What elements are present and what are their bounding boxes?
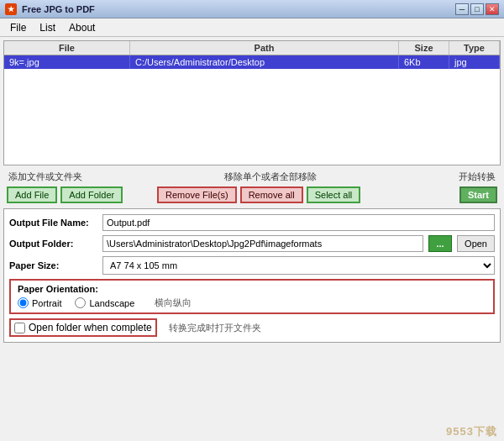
- portrait-radio[interactable]: [18, 297, 29, 308]
- browse-button[interactable]: ...: [428, 235, 452, 252]
- landscape-label: Landscape: [89, 298, 134, 308]
- remove-files-button[interactable]: Remove File(s): [157, 186, 237, 203]
- menu-file[interactable]: File: [3, 20, 33, 35]
- output-folder-label: Output Folder:: [9, 239, 97, 249]
- open-button[interactable]: Open: [457, 235, 495, 252]
- orientation-hint: 横向纵向: [155, 297, 192, 309]
- open-folder-hint: 转换完成时打开文件夹: [169, 322, 261, 334]
- remove-all-button[interactable]: Remove all: [240, 186, 303, 203]
- paper-size-row: Paper Size: A4 210 x 297 mmA5 148 x 210 …: [9, 256, 495, 275]
- hint-add: 添加文件或文件夹: [8, 171, 82, 183]
- menu-about[interactable]: About: [62, 20, 102, 35]
- add-file-button[interactable]: Add File: [7, 186, 57, 203]
- orientation-box: Paper Orientation: Portrait Landscape 横向…: [9, 279, 495, 314]
- table-body: 9k=.jpg C:/Users/Administrator/Desktop 6…: [4, 55, 500, 165]
- col-file: File: [4, 41, 130, 55]
- maximize-button[interactable]: □: [470, 3, 484, 15]
- add-folder-button[interactable]: Add Folder: [60, 186, 123, 203]
- cell-path: C:/Users/Administrator/Desktop: [130, 55, 399, 69]
- close-button[interactable]: ✕: [486, 3, 499, 15]
- paper-size-label: Paper Size:: [9, 260, 97, 270]
- open-folder-checkbox[interactable]: [14, 323, 25, 333]
- hint-row: 添加文件或文件夹 移除单个或者全部移除 开始转换: [3, 169, 501, 185]
- landscape-radio[interactable]: [75, 297, 86, 308]
- landscape-option: Landscape: [75, 297, 134, 308]
- title-bar-text: Free JPG to PDF: [22, 4, 455, 14]
- table-row[interactable]: 9k=.jpg C:/Users/Administrator/Desktop 6…: [4, 55, 500, 69]
- portrait-option: Portrait: [18, 297, 61, 308]
- col-type: Type: [449, 41, 500, 55]
- radio-row: Portrait Landscape 横向纵向: [18, 297, 486, 309]
- menu-list[interactable]: List: [33, 20, 62, 35]
- form-section: Output File Name: Output Folder: ... Ope…: [3, 208, 501, 343]
- file-table: File Path Size Type 9k=.jpg C:/Users/Adm…: [3, 40, 501, 165]
- window-controls: ─ □ ✕: [455, 3, 499, 15]
- button-row: Add File Add Folder Remove File(s) Remov…: [3, 185, 501, 205]
- start-button[interactable]: Start: [459, 186, 497, 203]
- hint-remove: 移除单个或者全部移除: [224, 171, 317, 183]
- paper-size-select[interactable]: A4 210 x 297 mmA5 148 x 210 mmA6 105 x 1…: [102, 256, 495, 275]
- col-path: Path: [130, 41, 399, 55]
- open-folder-row: Open folder when complete 转换完成时打开文件夹: [9, 318, 495, 337]
- output-filename-input[interactable]: [102, 214, 495, 231]
- open-folder-label: Open folder when complete: [29, 322, 152, 333]
- open-folder-checkbox-box: Open folder when complete: [9, 318, 157, 337]
- select-all-button[interactable]: Select all: [307, 186, 361, 203]
- hint-start: 开始转换: [459, 171, 496, 183]
- portrait-label: Portrait: [32, 298, 61, 308]
- col-size: Size: [399, 41, 449, 55]
- orientation-label: Paper Orientation:: [18, 284, 486, 294]
- title-bar: ★ Free JPG to PDF ─ □ ✕: [0, 0, 504, 18]
- output-folder-input[interactable]: [102, 235, 423, 252]
- app-icon: ★: [5, 3, 17, 15]
- cell-type: jpg: [449, 55, 500, 69]
- cell-file: 9k=.jpg: [4, 55, 130, 69]
- watermark: 9553下载: [446, 424, 497, 439]
- minimize-button[interactable]: ─: [455, 3, 469, 15]
- main-content: File Path Size Type 9k=.jpg C:/Users/Adm…: [0, 37, 504, 349]
- menu-bar: File List About: [0, 18, 504, 37]
- output-folder-row: Output Folder: ... Open: [9, 235, 495, 252]
- output-filename-row: Output File Name:: [9, 214, 495, 231]
- table-header: File Path Size Type: [4, 41, 500, 55]
- output-filename-label: Output File Name:: [9, 218, 97, 228]
- cell-size: 6Kb: [399, 55, 449, 69]
